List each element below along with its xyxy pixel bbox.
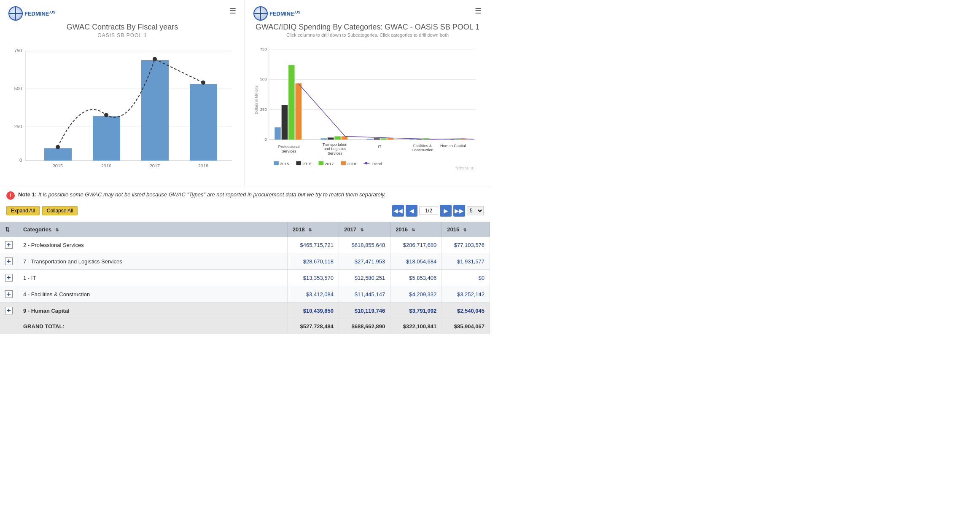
svg-text:2015: 2015: [280, 161, 289, 166]
tl-bar-2016[interactable]: [328, 137, 334, 139]
ps-bar-2015[interactable]: [275, 127, 280, 139]
row-expand-cell[interactable]: +: [0, 237, 18, 253]
table-row: + 4 - Facilities & Construction $3,412,0…: [0, 286, 490, 303]
page-input[interactable]: [419, 206, 438, 215]
left-bar-chart: 750 500 250 0: [8, 45, 236, 180]
left-chart-title: GWAC Contracts By Fiscal years: [8, 23, 236, 32]
bar-2018[interactable]: [190, 84, 217, 161]
ps-bar-2018[interactable]: [296, 83, 302, 139]
svg-text:2016: 2016: [302, 161, 311, 166]
bar-2017[interactable]: [141, 60, 169, 161]
row-expand-cell[interactable]: +: [0, 303, 18, 319]
last-page-button[interactable]: ▶▶: [453, 205, 465, 217]
fedmine-brand-right: FEDMINE.US: [269, 10, 301, 17]
left-chart-subtitle: OASIS SB POOL 1: [8, 32, 236, 38]
categories-table: ⇅ Categories ⇅ 2018 ⇅ 2017 ⇅ 2016 ⇅ 2015…: [0, 222, 490, 334]
sort-col-expand[interactable]: ⇅: [0, 222, 18, 237]
row-expand-cell[interactable]: +: [0, 253, 18, 270]
fedmine-logo-left: FEDMINE.US: [8, 6, 56, 21]
svg-text:0: 0: [265, 137, 267, 142]
grand-total-2015: $85,904,067: [442, 319, 490, 334]
row-2016: $4,209,332: [390, 286, 442, 303]
svg-text:250: 250: [14, 124, 22, 129]
prev-page-button[interactable]: ◀: [406, 205, 417, 217]
header-2016[interactable]: 2016 ⇅: [390, 222, 442, 237]
row-2018: $465,715,721: [287, 237, 339, 253]
grand-total-2017: $688,662,890: [339, 319, 390, 334]
svg-text:Human Capital: Human Capital: [440, 144, 466, 148]
row-2016: $3,791,092: [390, 303, 442, 319]
right-chart-menu[interactable]: ☰: [475, 6, 482, 16]
row-expand-cell[interactable]: +: [0, 286, 18, 303]
sort-icon-2015: ⇅: [463, 228, 466, 232]
tl-bar-2015[interactable]: [320, 138, 326, 139]
per-page-select[interactable]: 5 10 25: [467, 206, 484, 215]
tl-bar-2018[interactable]: [342, 136, 347, 139]
header-2017[interactable]: 2017 ⇅: [339, 222, 390, 237]
svg-text:0: 0: [19, 158, 22, 163]
sort-icon-categories: ⇅: [55, 228, 59, 232]
pagination-controls: ◀◀ ◀ ▶ ▶▶ 5 10 25: [392, 205, 484, 217]
svg-point-44: [365, 162, 368, 164]
it-bar-2016[interactable]: [374, 138, 380, 139]
trend-line: [58, 59, 203, 147]
svg-text:Construction: Construction: [412, 148, 433, 152]
tl-bar-2017[interactable]: [334, 136, 340, 139]
expand-button[interactable]: +: [5, 274, 13, 282]
grand-total-row: GRAND TOTAL: $527,728,484 $688,662,890 $…: [0, 319, 490, 334]
svg-rect-35: [274, 161, 279, 165]
row-2017: $11,445,147: [339, 286, 390, 303]
svg-text:250: 250: [260, 107, 267, 112]
svg-text:2015: 2015: [53, 164, 63, 167]
sort-icon-2016: ⇅: [412, 228, 415, 232]
header-2018[interactable]: 2018 ⇅: [287, 222, 339, 237]
next-page-button[interactable]: ▶: [440, 205, 452, 217]
left-chart-menu[interactable]: ☰: [229, 6, 236, 16]
grand-total-2016: $322,100,841: [390, 319, 442, 334]
table-row: + 2 - Professional Services $465,715,721…: [0, 237, 490, 253]
row-expand-cell[interactable]: +: [0, 270, 18, 286]
trend-dot-2017: [153, 57, 157, 61]
svg-text:and Logistics: and Logistics: [323, 147, 346, 151]
fc-bar-2016[interactable]: [416, 139, 422, 139]
svg-text:750: 750: [260, 47, 267, 51]
bar-2015[interactable]: [44, 148, 72, 161]
svg-text:Facilities &: Facilities &: [413, 144, 432, 148]
expand-button[interactable]: +: [5, 257, 13, 265]
note-section: ! Note 1: It is possible some GWAC may n…: [0, 186, 490, 222]
ps-bar-2017[interactable]: [288, 65, 294, 139]
globe-icon-left: [8, 6, 23, 21]
svg-rect-41: [341, 161, 346, 165]
svg-text:Dollars in Millions: Dollars in Millions: [254, 86, 258, 114]
ps-bar-2016[interactable]: [282, 105, 288, 139]
expand-button[interactable]: +: [5, 241, 13, 249]
svg-text:Services: Services: [281, 149, 296, 153]
table-row: + 1 - IT $13,353,570 $12,580,251 $5,853,…: [0, 270, 490, 286]
expand-all-button[interactable]: Expand All: [6, 206, 40, 215]
svg-text:Transportation: Transportation: [323, 142, 347, 147]
fedmine-brand-left: FEDMINE.US: [24, 10, 56, 17]
first-page-button[interactable]: ◀◀: [392, 205, 404, 217]
it-bar-2015[interactable]: [367, 139, 373, 139]
bar-2016[interactable]: [93, 116, 120, 161]
row-2018: $10,439,850: [287, 303, 339, 319]
row-2017: $618,855,648: [339, 237, 390, 253]
it-bar-2017[interactable]: [380, 138, 386, 139]
sort-icon-2018: ⇅: [308, 228, 312, 232]
row-2017: $10,119,746: [339, 303, 390, 319]
row-category-name: 1 - IT: [18, 270, 288, 286]
globe-icon-right: [253, 6, 268, 21]
row-2015: $77,103,576: [442, 237, 490, 253]
row-category-name: 9 - Human Capital: [18, 303, 288, 319]
row-category-name: 4 - Facilities & Construction: [18, 286, 288, 303]
left-chart-panel: FEDMINE.US ☰ GWAC Contracts By Fiscal ye…: [0, 0, 245, 186]
fc-bar-2015[interactable]: [409, 139, 415, 139]
row-2016: $5,853,406: [390, 270, 442, 286]
header-categories[interactable]: Categories ⇅: [18, 222, 288, 237]
svg-text:2018: 2018: [198, 164, 208, 167]
expand-button[interactable]: +: [5, 307, 13, 314]
collapse-all-button[interactable]: Collapse All: [42, 206, 78, 215]
expand-button[interactable]: +: [5, 290, 13, 298]
header-2015[interactable]: 2015 ⇅: [442, 222, 490, 237]
fedmine-logo-right: FEDMINE.US: [253, 6, 301, 21]
